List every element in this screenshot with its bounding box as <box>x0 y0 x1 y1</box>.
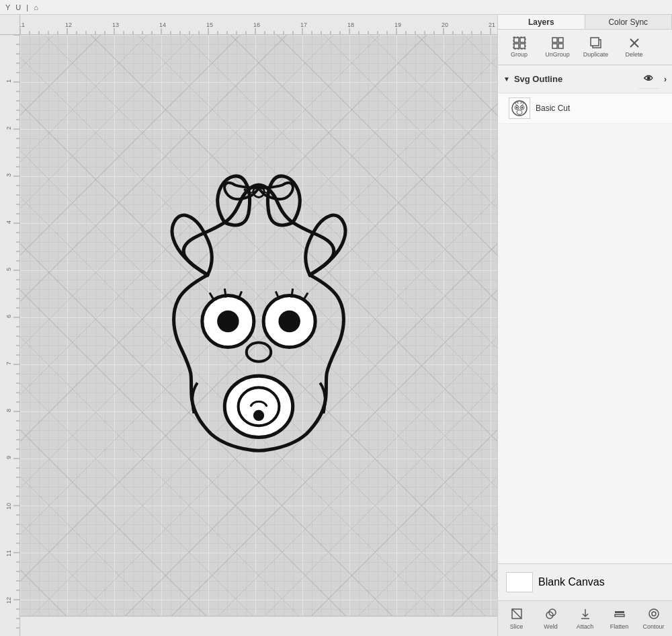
svg-point-31 <box>512 101 527 116</box>
svg-rect-23 <box>552 38 557 42</box>
flatten-button[interactable]: Flatten <box>602 604 636 633</box>
svg-rect-22 <box>513 37 526 49</box>
panel-tabs: Layers Color Sync <box>498 15 672 30</box>
duplicate-icon <box>589 36 603 50</box>
tab-color-sync[interactable]: Color Sync <box>585 15 673 29</box>
layer-item[interactable]: Basic Cut <box>498 93 672 124</box>
ungroup-label: UnGroup <box>545 51 570 58</box>
group-button[interactable]: Group <box>501 32 538 62</box>
ruler-corner <box>0 15 20 35</box>
group-icon <box>513 36 526 50</box>
layer-thumbnail <box>509 97 530 119</box>
svg-rect-24 <box>558 38 563 42</box>
svg-rect-18 <box>514 38 519 42</box>
weld-label: Weld <box>544 623 557 630</box>
svg-rect-20 <box>514 44 519 48</box>
collapse-arrow-icon: ▼ <box>503 75 510 83</box>
top-divider: | <box>26 3 28 11</box>
flatten-label: Flatten <box>610 623 629 630</box>
svg-point-1 <box>244 188 247 191</box>
svg-rect-28 <box>591 38 599 46</box>
right-panel: Layers Color Sync Group <box>497 15 672 636</box>
svg-rect-19 <box>520 38 525 42</box>
duplicate-label: Duplicate <box>583 51 609 58</box>
blank-canvas-label: Blank Canvas <box>538 576 605 588</box>
svg-line-9 <box>224 288 226 297</box>
slice-button[interactable]: Slice <box>499 604 534 633</box>
svg-rect-25 <box>552 44 557 48</box>
svg-line-12 <box>292 288 293 297</box>
delete-label: Delete <box>625 51 642 58</box>
blank-canvas-thumbnail <box>506 572 533 592</box>
weld-icon <box>544 607 558 622</box>
top-control-u[interactable]: U <box>15 3 21 11</box>
svg-rect-42 <box>615 611 624 613</box>
svg-point-35 <box>521 107 523 109</box>
eye-icon[interactable]: 👁 <box>638 69 659 89</box>
svg-point-36 <box>517 110 522 115</box>
slice-label: Slice <box>510 623 523 630</box>
svg-point-15 <box>224 376 292 437</box>
canvas-area <box>0 15 497 636</box>
tab-layers[interactable]: Layers <box>498 15 585 29</box>
canvas-viewport[interactable] <box>20 35 497 616</box>
svg-point-44 <box>649 609 659 619</box>
svg-point-45 <box>652 612 656 616</box>
contour-icon <box>647 607 661 622</box>
bottom-toolbar: Slice Weld <box>498 600 672 636</box>
ungroup-button[interactable]: UnGroup <box>539 32 576 62</box>
top-toolbar: Y U | ⌂ <box>0 0 672 15</box>
drawing-svg <box>20 35 497 616</box>
maggie-figure <box>172 176 345 450</box>
attach-icon <box>579 607 592 622</box>
top-control-home[interactable]: ⌂ <box>34 3 38 11</box>
top-control-y[interactable]: Y <box>5 3 10 11</box>
svg-point-14 <box>247 342 271 361</box>
svg-line-38 <box>512 609 521 619</box>
ungroup-icon <box>551 36 564 50</box>
ruler-horizontal <box>20 15 497 35</box>
attach-label: Attach <box>577 623 594 630</box>
contour-label: Contour <box>642 623 664 630</box>
svg-rect-43 <box>615 614 624 617</box>
weld-button[interactable]: Weld <box>534 604 568 633</box>
layer-group-header[interactable]: ▼ Svg Outline 👁 › <box>498 65 672 93</box>
delete-button[interactable]: Delete <box>616 32 653 62</box>
layer-group-name: Svg Outline <box>514 74 562 84</box>
group-label: Group <box>511 51 528 58</box>
svg-rect-26 <box>558 44 563 48</box>
svg-point-5 <box>217 311 239 332</box>
blank-canvas-item[interactable]: Blank Canvas <box>503 569 667 595</box>
layer-item-name: Basic Cut <box>536 104 570 113</box>
ruler-vertical <box>0 35 20 636</box>
layers-section: ▼ Svg Outline 👁 › <box>498 65 672 563</box>
svg-point-34 <box>516 107 518 109</box>
canvas-status-bar <box>20 616 497 636</box>
slice-icon <box>510 607 523 622</box>
flatten-icon <box>613 607 626 622</box>
delete-icon <box>628 36 641 50</box>
more-icon[interactable]: › <box>664 75 667 84</box>
duplicate-button[interactable]: Duplicate <box>577 32 614 62</box>
attach-button[interactable]: Attach <box>568 604 602 633</box>
contour-button[interactable]: Contour <box>636 604 671 633</box>
svg-point-17 <box>253 410 264 421</box>
blank-canvas-section: Blank Canvas <box>498 563 672 600</box>
svg-rect-21 <box>520 44 525 48</box>
svg-point-7 <box>278 311 300 332</box>
panel-toolbar: Group UnGroup <box>498 30 672 65</box>
